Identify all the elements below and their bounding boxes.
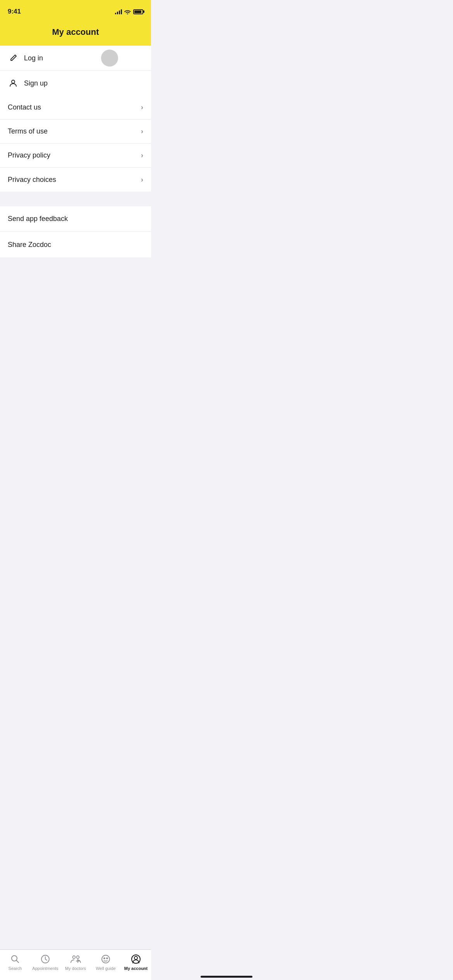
login-label: Log in (24, 54, 143, 62)
terms-item[interactable]: Terms of use › (0, 120, 151, 144)
status-icons (115, 9, 143, 14)
share-item[interactable]: Share Zocdoc (0, 232, 151, 257)
share-label: Share Zocdoc (8, 241, 51, 249)
contact-chevron: › (141, 103, 143, 111)
touch-ripple (101, 50, 118, 67)
privacy-policy-item[interactable]: Privacy policy › (0, 144, 151, 168)
status-time: 9:41 (8, 8, 21, 15)
terms-chevron: › (141, 127, 143, 135)
svg-point-0 (12, 80, 15, 83)
feedback-section: Send app feedback Share Zocdoc (0, 206, 151, 257)
pencil-icon (8, 53, 19, 63)
battery-icon (133, 9, 143, 14)
page-header: My account (0, 21, 151, 46)
feedback-label: Send app feedback (8, 215, 68, 223)
signup-label: Sign up (24, 79, 143, 87)
privacy-choices-chevron: › (141, 176, 143, 184)
wifi-icon (124, 9, 131, 14)
login-item[interactable]: Log in (0, 46, 151, 71)
terms-label: Terms of use (8, 127, 141, 135)
privacy-policy-label: Privacy policy (8, 151, 141, 159)
contact-label: Contact us (8, 103, 141, 111)
privacy-choices-item[interactable]: Privacy choices › (0, 168, 151, 192)
status-bar: 9:41 (0, 0, 151, 21)
page-title: My account (8, 27, 143, 37)
signal-icon (115, 9, 122, 14)
signup-item[interactable]: Sign up (0, 71, 151, 96)
empty-area (0, 257, 151, 373)
privacy-policy-chevron: › (141, 151, 143, 159)
links-section: Contact us › Terms of use › Privacy poli… (0, 96, 151, 192)
contact-item[interactable]: Contact us › (0, 96, 151, 120)
privacy-choices-label: Privacy choices (8, 176, 141, 184)
auth-section: Log in Sign up (0, 46, 151, 96)
section-divider (0, 192, 151, 206)
feedback-item[interactable]: Send app feedback (0, 206, 151, 232)
person-icon (8, 78, 19, 89)
